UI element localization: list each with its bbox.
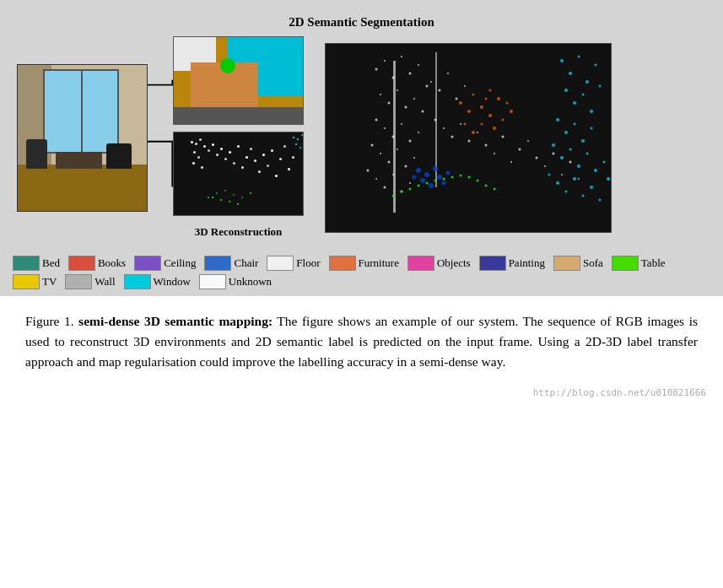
svg-point-18: [464, 85, 466, 87]
scatter-svg: [326, 44, 612, 233]
svg-point-81: [590, 186, 593, 189]
legend-item-ceiling: Ceiling: [134, 256, 196, 271]
svg-point-78: [565, 190, 568, 192]
svg-point-15: [439, 89, 441, 91]
svg-point-4: [401, 56, 402, 57]
legend-item-objects: Objects: [407, 256, 471, 271]
svg-point-41: [468, 139, 471, 142]
legend-color-unknown: [199, 274, 226, 289]
svg-point-51: [553, 152, 555, 154]
room-window: [43, 69, 119, 154]
segmentation-title: 2D Semantic Segmentation: [17, 15, 706, 30]
room-chair1: [26, 139, 47, 169]
svg-point-43: [485, 143, 488, 146]
svg-point-66: [564, 131, 568, 134]
pointcloud-green: [208, 197, 209, 198]
svg-point-91: [443, 177, 445, 180]
legend-color-table: [612, 256, 639, 271]
legend-color-bed: [13, 256, 40, 271]
svg-point-26: [380, 153, 381, 154]
figure-label: Figure 1.: [25, 314, 74, 328]
svg-point-105: [472, 131, 475, 134]
legend-color-wall: [65, 274, 92, 289]
svg-point-117: [429, 183, 434, 188]
svg-point-119: [442, 181, 446, 185]
svg-point-44: [494, 153, 495, 154]
recon-image: [173, 132, 304, 216]
legend-color-window: [124, 274, 151, 289]
svg-point-45: [502, 135, 504, 138]
svg-point-27: [388, 160, 391, 163]
pointcloud-cyan: [293, 137, 294, 138]
svg-point-57: [578, 55, 580, 57]
legend-color-ceiling: [134, 256, 161, 271]
legend-color-books: [68, 256, 95, 271]
svg-point-7: [426, 84, 429, 87]
legend-label-books: Books: [98, 256, 126, 270]
main-container: 2D Semantic Segmentation: [0, 0, 723, 405]
svg-point-5: [409, 72, 412, 74]
svg-point-72: [569, 148, 572, 150]
svg-point-53: [569, 160, 572, 163]
svg-point-60: [564, 89, 568, 92]
svg-point-79: [573, 177, 576, 181]
svg-point-64: [599, 84, 602, 87]
legend-row: BedBooksCeilingChairFloorFurnitureObject…: [0, 249, 723, 296]
svg-point-69: [591, 127, 593, 129]
svg-point-118: [437, 175, 442, 180]
svg-point-109: [510, 110, 513, 113]
legend-color-furniture: [329, 256, 356, 271]
legend-label-bed: Bed: [42, 256, 60, 270]
svg-point-103: [488, 114, 492, 117]
svg-point-70: [552, 143, 555, 147]
svg-point-113: [416, 168, 421, 173]
svg-point-21: [392, 135, 395, 138]
svg-point-88: [418, 184, 420, 186]
svg-point-97: [494, 187, 496, 190]
figure-area: 2D Semantic Segmentation: [0, 0, 723, 249]
svg-point-102: [485, 97, 488, 100]
room-photo: [17, 64, 148, 212]
legend-item-bed: Bed: [13, 256, 60, 271]
svg-point-30: [413, 157, 415, 159]
svg-point-65: [556, 118, 559, 121]
svg-point-22: [401, 123, 402, 125]
legend-label-table: Table: [641, 256, 666, 270]
caption-area: Figure 1. semi-dense 3D semantic mapping…: [0, 296, 723, 387]
svg-point-74: [586, 152, 589, 154]
svg-point-1: [375, 67, 378, 70]
svg-point-76: [548, 173, 551, 175]
svg-point-49: [536, 156, 538, 159]
svg-point-96: [485, 184, 488, 186]
svg-point-33: [384, 186, 386, 188]
legend-color-chair: [204, 256, 231, 271]
caption-bold-text: semi-dense 3D semantic mapping:: [78, 314, 272, 328]
svg-point-90: [434, 179, 437, 181]
recon-title: 3D Reconstruction: [173, 225, 304, 239]
legend-item-window: Window: [124, 274, 191, 289]
svg-point-50: [544, 165, 546, 167]
right-large-image: [325, 43, 612, 233]
svg-point-110: [506, 101, 509, 104]
svg-point-71: [560, 156, 564, 159]
svg-point-34: [392, 174, 394, 175]
svg-point-8: [380, 94, 381, 95]
seg-green-region: [220, 58, 235, 73]
room-chair2: [106, 143, 132, 169]
svg-point-31: [367, 169, 370, 171]
legend-label-unknown: Unknown: [229, 275, 272, 289]
legend-color-sofa: [553, 256, 580, 271]
legend-label-window: Window: [154, 275, 191, 289]
svg-point-80: [582, 194, 585, 197]
svg-point-93: [460, 174, 462, 176]
legend-item-chair: Chair: [204, 256, 258, 271]
legend-label-sofa: Sofa: [583, 256, 603, 270]
svg-point-37: [434, 118, 437, 121]
legend-item-wall: Wall: [65, 274, 115, 289]
svg-point-73: [577, 165, 580, 168]
svg-point-111: [497, 97, 500, 100]
svg-point-47: [519, 148, 521, 150]
svg-point-116: [420, 178, 425, 183]
svg-point-54: [578, 178, 580, 180]
svg-point-11: [405, 105, 407, 108]
